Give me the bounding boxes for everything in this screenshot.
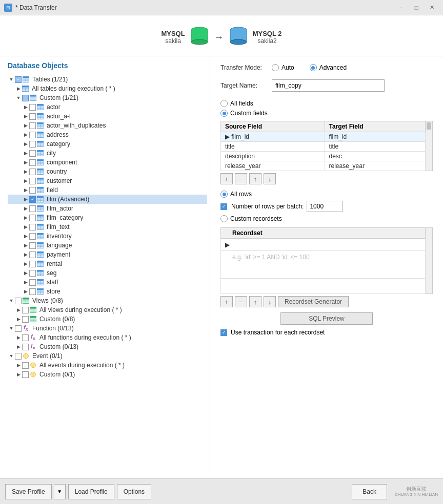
remove-field-button[interactable]: − [235, 173, 247, 184]
tree-checkbox[interactable] [22, 334, 29, 341]
custom-fields-option[interactable]: Custom fields [220, 110, 433, 117]
tree-checkbox[interactable] [29, 178, 36, 184]
target-name-input[interactable] [272, 79, 385, 92]
tree-item[interactable]: ▶ film_category [8, 213, 207, 222]
tree-item[interactable]: ▶ field [8, 185, 207, 195]
tree-item[interactable]: ▼− Tables (1/21) [8, 75, 207, 84]
save-profile-button[interactable]: Save Profile [5, 484, 52, 499]
tree-item[interactable]: ▶ staff [8, 278, 207, 287]
tree-item[interactable]: ▼ Views (0/8) [8, 296, 207, 305]
load-profile-button[interactable]: Load Profile [68, 484, 114, 499]
back-button[interactable]: Back [352, 484, 387, 499]
move-down-rs-button[interactable]: ↓ [264, 296, 276, 307]
tree-checkbox[interactable] [29, 242, 36, 249]
tree-item[interactable]: ▶ language [8, 241, 207, 250]
tree-checkbox[interactable] [15, 353, 22, 360]
tree-item[interactable]: ▶ country [8, 167, 207, 176]
all-fields-option[interactable]: All fields [220, 100, 433, 107]
tree-item[interactable]: ▶✓ film (Advanced) [8, 195, 207, 204]
tree-checkbox[interactable]: − [22, 95, 29, 101]
tree-checkbox[interactable] [29, 159, 36, 166]
recordset-placeholder-row[interactable]: e.g. 'id' >= 1 AND 'id' <= 100 [221, 251, 426, 263]
tree-item[interactable]: ▼fxFunction (0/13) [8, 324, 207, 333]
tree-checkbox[interactable] [29, 279, 36, 286]
tree-checkbox[interactable] [29, 224, 36, 230]
tree-checkbox[interactable] [29, 187, 36, 194]
tree-checkbox[interactable] [22, 316, 29, 323]
tree-checkbox[interactable] [22, 344, 29, 350]
tree-item[interactable]: ▶ All tables during execution ( * ) [8, 84, 207, 93]
fields-table-scrollbar[interactable] [426, 121, 433, 171]
tree-item[interactable]: ▶ All views during execution ( * ) [8, 305, 207, 314]
tree-checkbox[interactable] [29, 261, 36, 267]
move-up-rs-button[interactable]: ↑ [249, 296, 261, 307]
table-row[interactable]: title title [221, 142, 426, 152]
all-rows-radio-label[interactable]: All rows [220, 191, 252, 198]
remove-rs-button[interactable]: − [235, 296, 247, 307]
tree-item[interactable]: ▶ category [8, 139, 207, 149]
tree-checkbox[interactable] [15, 325, 22, 332]
tree-checkbox[interactable] [22, 362, 29, 369]
tree-checkbox[interactable] [29, 150, 36, 157]
move-down-field-button[interactable]: ↓ [264, 173, 276, 184]
move-up-field-button[interactable]: ↑ [249, 173, 261, 184]
tree-item[interactable]: ▼ Event (0/1) [8, 351, 207, 361]
transfer-mode-auto[interactable]: Auto [272, 64, 294, 71]
table-row[interactable]: ▶ film_id film_id [221, 132, 426, 142]
tree-item[interactable]: ▶ rental [8, 259, 207, 268]
tree-item[interactable]: ▶ component [8, 158, 207, 167]
table-row[interactable]: description desc [221, 152, 426, 161]
tree-checkbox[interactable] [29, 251, 36, 258]
tree-checkbox[interactable] [29, 141, 36, 148]
rows-per-batch-input[interactable] [307, 201, 343, 212]
options-button[interactable]: Options [117, 484, 151, 499]
tree-checkbox[interactable] [29, 233, 36, 240]
tree-item[interactable]: ▶ Custom (0/8) [8, 314, 207, 324]
tree-item[interactable]: ▶ payment [8, 250, 207, 259]
tree-item[interactable]: ▶fxAll functions during execution ( * ) [8, 333, 207, 342]
tree-checkbox[interactable] [29, 205, 36, 212]
tree-checkbox[interactable] [29, 122, 36, 129]
recordset-scrollbar[interactable] [426, 227, 433, 294]
tree-checkbox[interactable] [29, 132, 36, 138]
custom-recordsets-radio-label[interactable]: Custom recordsets [220, 215, 282, 222]
save-profile-dropdown[interactable]: ▼ [54, 484, 66, 499]
tree-item[interactable]: ▶ actor [8, 102, 207, 112]
tree-item[interactable]: ▶ customer [8, 176, 207, 185]
tree-item[interactable]: ▶fxCustom (0/13) [8, 342, 207, 351]
close-button[interactable]: ✕ [425, 3, 439, 13]
tree-checkbox[interactable] [22, 307, 29, 313]
minimize-button[interactable]: − [394, 3, 408, 13]
tree-checkbox[interactable] [29, 270, 36, 277]
tree-item[interactable]: ▶ store [8, 287, 207, 296]
sql-preview-button[interactable]: SQL Preview [280, 312, 373, 325]
tree-checkbox[interactable] [15, 298, 22, 304]
tree-checkbox[interactable] [29, 215, 36, 221]
add-rs-button[interactable]: + [220, 296, 233, 307]
tree-item[interactable]: ▶ city [8, 149, 207, 158]
tree-item[interactable]: ▶ All events during execution ( * ) [8, 361, 207, 370]
transfer-mode-advanced[interactable]: Advanced [310, 64, 347, 71]
tree-checkbox[interactable] [29, 113, 36, 120]
tree-item[interactable]: ▶ inventory [8, 232, 207, 241]
tree-checkbox[interactable] [29, 169, 36, 175]
tree-item[interactable]: ▶ Custom (0/1) [8, 370, 207, 379]
table-row[interactable]: release_year release_year [221, 161, 426, 171]
tree-item[interactable]: ▼− Custom (1/21) [8, 93, 207, 102]
tree-item[interactable]: ▶ seg [8, 268, 207, 278]
tree-checkbox[interactable]: ✓ [29, 196, 36, 203]
use-transaction-checkbox[interactable]: ✓ [220, 329, 227, 336]
rows-per-batch-checkbox[interactable]: ✓ [220, 203, 227, 210]
recordset-generator-button[interactable]: Recordset Generator [278, 296, 349, 307]
tree-checkbox[interactable] [22, 371, 29, 378]
tree-item[interactable]: ▶ actor_with_duplicates [8, 121, 207, 130]
tree-item[interactable]: ▶ actor_a-l [8, 112, 207, 121]
tree-checkbox[interactable] [29, 104, 36, 111]
tree-item[interactable]: ▶ address [8, 130, 207, 139]
tree-checkbox[interactable] [29, 288, 36, 295]
tree-item[interactable]: ▶ film_actor [8, 204, 207, 213]
add-field-button[interactable]: + [220, 173, 233, 184]
tree-item[interactable]: ▶ film_text [8, 222, 207, 232]
tree-checkbox[interactable]: − [15, 76, 22, 83]
maximize-button[interactable]: □ [409, 3, 424, 13]
